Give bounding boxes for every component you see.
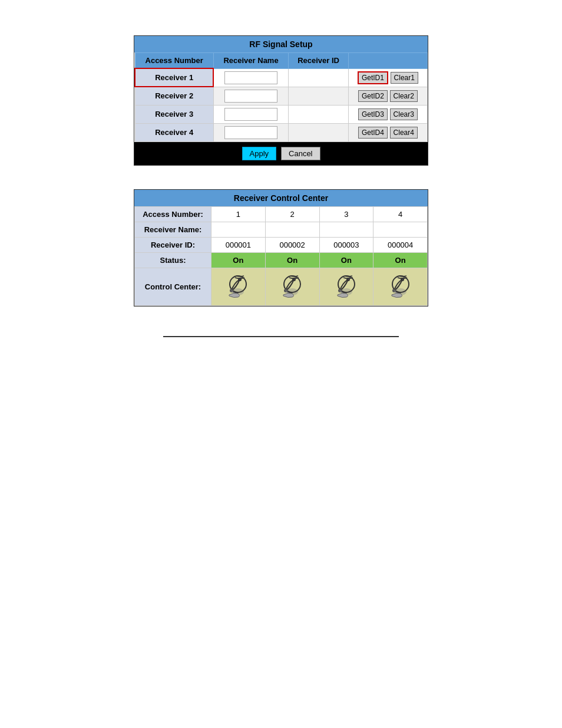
actions-cell-1: GetID1 Clear1	[348, 68, 427, 87]
rcc-status-1: On	[211, 252, 266, 268]
rcc-name-3	[319, 222, 373, 237]
access-number-cell-4: Receiver 4	[135, 123, 213, 141]
col-header-receiver-name: Receiver Name	[213, 53, 288, 69]
rcc-status-row: Status: On On On On	[135, 252, 428, 268]
rcc-receiver-id-label: Receiver ID:	[135, 237, 211, 252]
satellite-dish-icon-2	[277, 271, 307, 301]
rcc-name-1	[211, 222, 266, 237]
receiver-name-cell-4	[213, 123, 288, 141]
rf-footer: Apply Cancel	[134, 142, 428, 165]
rcc-access-1: 1	[211, 206, 266, 222]
satellite-dish-icon-4	[386, 271, 415, 301]
rcc-status-label: Status:	[135, 252, 211, 268]
clear-button-2[interactable]: Clear2	[390, 90, 418, 102]
clear-button-1[interactable]: Clear1	[391, 72, 418, 84]
receiver-name-input-3[interactable]	[224, 108, 277, 121]
rcc-control-center-row: Control Center:	[135, 268, 428, 305]
rcc-title: Receiver Control Center	[134, 190, 428, 206]
receiver-id-cell-3	[289, 105, 349, 123]
rcc-receiver-name-label: Receiver Name:	[135, 222, 211, 237]
rcc-receiver-name-row: Receiver Name:	[135, 222, 428, 237]
receiver-name-cell-3	[213, 105, 288, 123]
clear-button-3[interactable]: Clear3	[390, 108, 418, 120]
table-row: Receiver 1 GetID1 Clear1	[135, 68, 428, 87]
control-center-icon-4[interactable]	[373, 268, 428, 305]
rcc-status-3: On	[319, 252, 373, 268]
clear-button-4[interactable]: Clear4	[390, 127, 418, 139]
rcc-access-2: 2	[265, 206, 319, 222]
rcc-name-4	[373, 222, 428, 237]
control-center-icon-1[interactable]	[211, 268, 266, 305]
page-wrapper: RF Signal Setup Access Number Receiver N…	[0, 35, 562, 337]
table-row: Receiver 3 GetID3 Clear3	[135, 105, 428, 123]
actions-cell-3: GetID3 Clear3	[348, 105, 427, 123]
receiver-id-cell-1	[289, 68, 349, 87]
table-row: Receiver 4 GetID4 Clear4	[135, 123, 428, 141]
rcc-status-2: On	[265, 252, 319, 268]
rcc-id-4: 000004	[373, 237, 428, 252]
actions-cell-2: GetID2 Clear2	[348, 87, 427, 105]
rcc-access-4: 4	[373, 206, 428, 222]
control-center-icon-3[interactable]	[319, 268, 373, 305]
rcc-receiver-id-row: Receiver ID: 000001 000002 000003 000004	[135, 237, 428, 252]
rcc-id-1: 000001	[211, 237, 266, 252]
access-number-cell-1: Receiver 1	[135, 68, 213, 87]
receiver-name-input-1[interactable]	[224, 71, 277, 84]
rcc-control-center-label: Control Center:	[135, 268, 211, 305]
divider-line	[163, 336, 399, 337]
rf-setup-table: Access Number Receiver Name Receiver ID …	[134, 52, 428, 142]
satellite-dish-icon-3	[332, 271, 361, 301]
get-id-button-1[interactable]: GetID1	[358, 71, 388, 84]
get-id-button-4[interactable]: GetID4	[358, 127, 388, 139]
get-id-button-2[interactable]: GetID2	[358, 90, 388, 102]
rcc-id-2: 000002	[265, 237, 319, 252]
receiver-id-cell-2	[289, 87, 349, 105]
get-id-button-3[interactable]: GetID3	[358, 108, 388, 120]
rcc-status-4: On	[373, 252, 428, 268]
col-header-access-number: Access Number	[135, 53, 213, 69]
satellite-dish-icon-1	[223, 271, 253, 301]
control-center-icon-2[interactable]	[265, 268, 319, 305]
col-header-receiver-id: Receiver ID	[289, 53, 349, 69]
col-header-actions	[348, 53, 427, 69]
receiver-name-cell-1	[213, 68, 288, 87]
rcc-access-number-row: Access Number: 1 2 3 4	[135, 206, 428, 222]
rcc-name-2	[265, 222, 319, 237]
cancel-button[interactable]: Cancel	[281, 147, 320, 160]
rf-setup-title: RF Signal Setup	[134, 36, 428, 52]
receiver-name-input-4[interactable]	[224, 126, 277, 139]
actions-cell-4: GetID4 Clear4	[348, 123, 427, 141]
receiver-name-input-2[interactable]	[224, 90, 277, 103]
receiver-id-cell-4	[289, 123, 349, 141]
rcc-access-3: 3	[319, 206, 373, 222]
rf-signal-setup-panel: RF Signal Setup Access Number Receiver N…	[134, 35, 428, 166]
access-number-cell-3: Receiver 3	[135, 105, 213, 123]
access-number-cell-2: Receiver 2	[135, 87, 213, 105]
table-row: Receiver 2 GetID2 Clear2	[135, 87, 428, 105]
rcc-table: Access Number: 1 2 3 4 Receiver Name: Re…	[134, 206, 428, 306]
apply-button[interactable]: Apply	[242, 147, 277, 160]
rcc-id-3: 000003	[319, 237, 373, 252]
rcc-access-number-label: Access Number:	[135, 206, 211, 222]
receiver-control-center-panel: Receiver Control Center Access Number: 1…	[134, 189, 428, 307]
receiver-name-cell-2	[213, 87, 288, 105]
